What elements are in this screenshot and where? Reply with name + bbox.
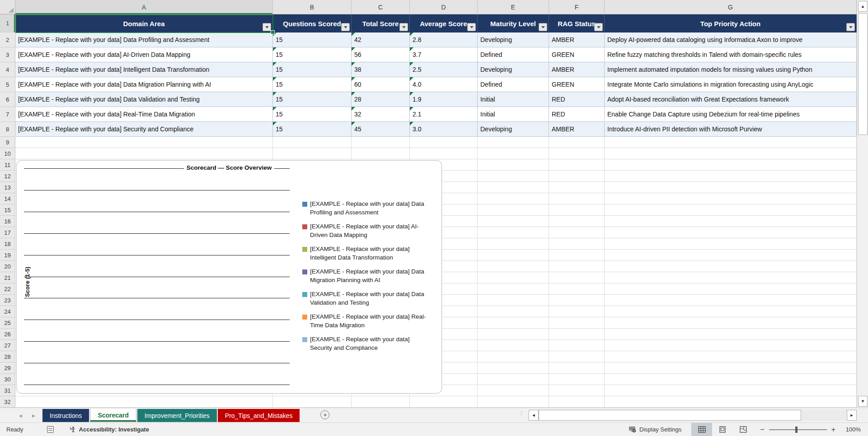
row-header-15[interactable]: 15 xyxy=(0,204,15,216)
cell[interactable]: 56 xyxy=(352,47,410,62)
cell[interactable]: Initial xyxy=(478,92,549,107)
row-header-23[interactable]: 23 xyxy=(0,295,15,306)
cell[interactable] xyxy=(549,204,605,216)
cell[interactable] xyxy=(549,171,605,182)
cell[interactable] xyxy=(15,396,273,408)
zoom-in-button[interactable]: + xyxy=(831,426,835,434)
cell[interactable] xyxy=(549,193,605,204)
cell[interactable]: Enable Change Data Capture using Debeziu… xyxy=(605,107,857,122)
row-header-2[interactable]: 2 xyxy=(0,32,15,47)
cell[interactable]: GREEN xyxy=(549,77,605,92)
cell[interactable] xyxy=(273,396,352,408)
cell[interactable] xyxy=(605,171,857,182)
cell[interactable] xyxy=(478,182,549,193)
cell[interactable] xyxy=(478,216,549,227)
header-cell[interactable]: RAG Status xyxy=(549,14,605,32)
cell[interactable]: 28 xyxy=(352,92,410,107)
cell[interactable]: AMBER xyxy=(549,122,605,137)
cell[interactable]: 1.9 xyxy=(410,92,478,107)
row-header-27[interactable]: 27 xyxy=(0,340,15,351)
cell[interactable] xyxy=(549,385,605,396)
row-header-11[interactable]: 11 xyxy=(0,159,15,171)
cell[interactable] xyxy=(549,329,605,340)
cell[interactable] xyxy=(478,159,549,171)
header-cell[interactable]: Questions Scored xyxy=(273,14,352,32)
cell[interactable] xyxy=(478,171,549,182)
row-header-22[interactable]: 22 xyxy=(0,283,15,295)
row-header-30[interactable]: 30 xyxy=(0,374,15,385)
cell[interactable]: [EXAMPLE - Replace with your data] Data … xyxy=(15,77,273,92)
cell[interactable]: 15 xyxy=(273,77,352,92)
cell[interactable]: RED xyxy=(549,92,605,107)
cell[interactable] xyxy=(605,193,857,204)
cell[interactable]: [EXAMPLE - Replace with your data] Data … xyxy=(15,92,273,107)
column-header-f[interactable]: F xyxy=(549,0,605,14)
row-header-3[interactable]: 3 xyxy=(0,47,15,62)
row-header-28[interactable]: 28 xyxy=(0,351,15,362)
cell[interactable]: GREEN xyxy=(549,47,605,62)
cell[interactable]: 2.8 xyxy=(410,32,478,47)
row-header-20[interactable]: 20 xyxy=(0,261,15,272)
cell[interactable] xyxy=(605,340,857,351)
row-header-24[interactable]: 24 xyxy=(0,306,15,317)
cell[interactable] xyxy=(605,385,857,396)
cell[interactable]: [EXAMPLE - Replace with your data] Real-… xyxy=(15,107,273,122)
cell[interactable]: 15 xyxy=(273,47,352,62)
cell[interactable] xyxy=(605,238,857,250)
row-header-10[interactable]: 10 xyxy=(0,148,15,159)
row-header-18[interactable]: 18 xyxy=(0,238,15,250)
select-all-corner[interactable] xyxy=(0,0,15,14)
cell[interactable] xyxy=(478,227,549,238)
column-header-b[interactable]: B xyxy=(273,0,352,14)
row-header-4[interactable]: 4 xyxy=(0,62,15,77)
filter-dropdown-icon[interactable] xyxy=(399,23,408,31)
cell[interactable] xyxy=(549,272,605,283)
cell[interactable] xyxy=(605,227,857,238)
cell[interactable] xyxy=(478,261,549,272)
scroll-left-icon[interactable]: ◄ xyxy=(529,410,539,421)
row-header-31[interactable]: 31 xyxy=(0,385,15,396)
cell[interactable]: [EXAMPLE - Replace with your data] Intel… xyxy=(15,62,273,77)
cell[interactable]: 2.5 xyxy=(410,62,478,77)
horizontal-scrollbar-thumb[interactable] xyxy=(539,410,801,421)
cell[interactable] xyxy=(605,362,857,374)
cell[interactable] xyxy=(478,272,549,283)
row-header-6[interactable]: 6 xyxy=(0,92,15,107)
cell[interactable]: 45 xyxy=(352,122,410,137)
cell[interactable] xyxy=(605,283,857,295)
normal-view-button[interactable] xyxy=(691,423,712,436)
cell[interactable] xyxy=(549,238,605,250)
tab-nav-right-icon[interactable]: ► xyxy=(31,413,36,418)
row-header-19[interactable]: 19 xyxy=(0,250,15,261)
cell[interactable] xyxy=(352,396,410,408)
score-overview-chart[interactable]: Scorecard — Score Overview Score (1-5) [… xyxy=(16,160,442,394)
row-header-13[interactable]: 13 xyxy=(0,182,15,193)
header-cell[interactable]: Total Score xyxy=(352,14,410,32)
vertical-scrollbar[interactable]: ▲ ▼ xyxy=(857,0,868,408)
zoom-slider[interactable] xyxy=(769,429,827,430)
cell[interactable] xyxy=(549,182,605,193)
cell[interactable] xyxy=(549,317,605,329)
cell[interactable] xyxy=(15,137,273,148)
page-break-view-button[interactable] xyxy=(733,423,754,436)
cell[interactable]: 42 xyxy=(352,32,410,47)
page-layout-view-button[interactable] xyxy=(712,423,733,436)
cell[interactable]: AMBER xyxy=(549,32,605,47)
row-header-7[interactable]: 7 xyxy=(0,107,15,122)
cell[interactable] xyxy=(549,148,605,159)
header-cell[interactable]: Average Score xyxy=(410,14,478,32)
cell[interactable] xyxy=(478,362,549,374)
cell[interactable] xyxy=(605,317,857,329)
cell[interactable] xyxy=(478,295,549,306)
cell[interactable] xyxy=(605,272,857,283)
row-header-9[interactable]: 9 xyxy=(0,137,15,148)
cell[interactable]: 3.0 xyxy=(410,122,478,137)
cell[interactable]: 15 xyxy=(273,62,352,77)
cell[interactable]: Defined xyxy=(478,47,549,62)
cell[interactable] xyxy=(478,204,549,216)
filter-dropdown-icon[interactable] xyxy=(467,23,476,31)
add-sheet-button[interactable]: + xyxy=(320,410,329,419)
cell[interactable] xyxy=(605,261,857,272)
cell[interactable] xyxy=(549,306,605,317)
macro-record-icon[interactable] xyxy=(47,426,54,433)
